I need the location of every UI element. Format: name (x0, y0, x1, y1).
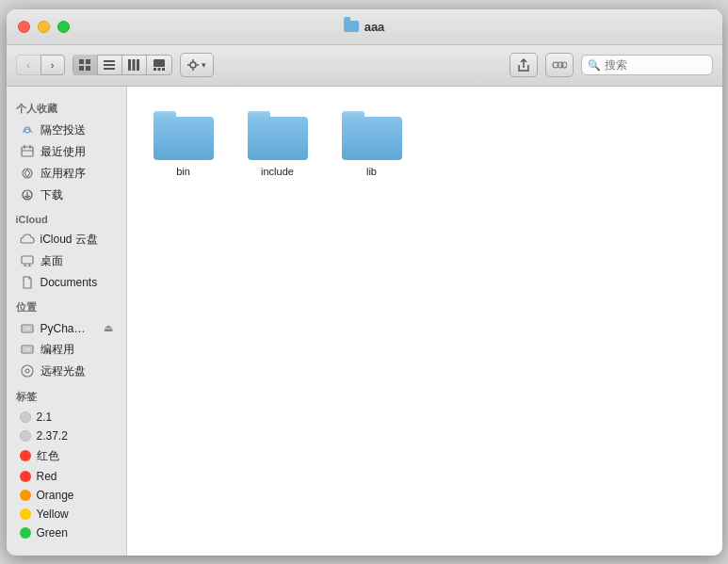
svg-rect-9 (137, 59, 139, 71)
finder-window: aaa ‹ › (7, 9, 722, 556)
tag-2.37.2-dot (20, 430, 31, 442)
svg-rect-6 (104, 68, 115, 70)
column-view-icon (127, 58, 140, 72)
bin-folder-icon (154, 111, 214, 160)
file-item-lib[interactable]: lib (334, 105, 410, 183)
forward-icon: › (51, 59, 55, 71)
tag-button[interactable] (545, 53, 574, 77)
tag-red-cn-label: 红色 (37, 448, 59, 464)
svg-rect-4 (104, 60, 115, 62)
svg-rect-2 (79, 66, 84, 71)
title-folder-icon (344, 21, 359, 32)
downloads-label: 下载 (40, 187, 63, 203)
share-icon (517, 57, 530, 73)
gallery-view-button[interactable] (147, 55, 171, 75)
sidebar-item-tag-orange[interactable]: Orange (10, 486, 122, 505)
svg-point-14 (190, 62, 196, 68)
file-item-include[interactable]: include (240, 105, 315, 183)
recent-label: 最近使用 (40, 144, 86, 160)
sidebar-item-tag-2.37.2[interactable]: 2.37.2 (10, 427, 122, 445)
include-folder-icon (248, 111, 308, 160)
tag-red-label: Red (37, 470, 57, 483)
forward-button[interactable]: › (40, 55, 65, 75)
programming-drive-icon (20, 342, 35, 357)
sidebar-item-documents[interactable]: Documents (10, 272, 122, 293)
lib-folder-icon (342, 111, 402, 160)
tag-red-dot (20, 471, 31, 482)
sidebar-item-tag-red[interactable]: Red (10, 467, 122, 486)
tag-2.37.2-label: 2.37.2 (37, 429, 68, 443)
sidebar-item-remote[interactable]: 远程光盘 (10, 361, 122, 382)
sidebar-item-icloud[interactable]: iCloud 云盘 (10, 229, 122, 250)
sidebar-item-airdrop[interactable]: 隔空投送 (10, 120, 122, 141)
documents-label: Documents (40, 276, 98, 289)
svg-rect-7 (128, 59, 131, 71)
search-box[interactable]: 🔍 (581, 55, 713, 75)
close-button[interactable] (18, 21, 30, 33)
tag-orange-dot (20, 490, 31, 501)
file-item-bin[interactable]: bin (146, 105, 221, 183)
documents-icon (20, 275, 35, 290)
apps-label: 应用程序 (40, 166, 86, 182)
file-area: bin include lib (127, 87, 722, 556)
svg-rect-8 (133, 59, 136, 71)
include-label: include (261, 166, 294, 177)
window-title: aaa (344, 20, 385, 34)
back-button[interactable]: ‹ (16, 55, 40, 75)
svg-point-40 (25, 369, 29, 373)
tag-orange-label: Orange (37, 489, 74, 502)
airdrop-label: 隔空投送 (40, 122, 86, 138)
lib-label: lib (366, 166, 377, 177)
svg-rect-24 (22, 147, 33, 156)
svg-point-39 (22, 365, 33, 377)
folder-body (342, 117, 402, 160)
share-button[interactable] (510, 53, 538, 77)
gear-icon (186, 58, 200, 72)
svg-rect-31 (22, 256, 33, 264)
sidebar-item-tag-green[interactable]: Green (10, 524, 122, 542)
sidebar-item-desktop[interactable]: 桌面 (10, 250, 122, 272)
sidebar-item-apps[interactable]: 应用程序 (10, 163, 122, 185)
gallery-view-icon (153, 58, 166, 72)
airdrop-icon (20, 122, 35, 137)
svg-point-22 (561, 62, 567, 68)
column-view-button[interactable] (122, 55, 147, 75)
folder-body (154, 117, 214, 160)
search-input[interactable] (605, 58, 706, 72)
icon-view-button[interactable] (73, 55, 98, 75)
svg-rect-11 (154, 68, 156, 71)
folder-body (248, 117, 308, 160)
action-button[interactable]: ▾ (180, 53, 214, 77)
maximize-button[interactable] (57, 21, 70, 33)
svg-rect-36 (24, 327, 31, 330)
tag-icon (552, 57, 567, 73)
title-text: aaa (364, 20, 385, 34)
icloud-icon (20, 232, 35, 247)
sidebar-item-pycharm[interactable]: PyCha… ⏏ (10, 318, 122, 339)
svg-rect-13 (162, 68, 165, 71)
toolbar: ‹ › (7, 45, 722, 87)
sidebar-item-tag-red-cn[interactable]: 红色 (10, 445, 122, 467)
svg-rect-1 (86, 59, 90, 64)
sidebar-item-recent[interactable]: 最近使用 (10, 141, 122, 163)
svg-rect-12 (157, 68, 160, 71)
recent-icon (20, 144, 35, 159)
pycharm-eject-icon[interactable]: ⏏ (104, 322, 113, 334)
apps-icon (20, 166, 35, 181)
svg-rect-38 (24, 347, 31, 351)
sidebar-item-tag-yellow[interactable]: Yellow (10, 505, 122, 524)
sidebar-section-favorites: 个人收藏 (7, 94, 126, 120)
tag-green-dot (20, 527, 31, 539)
sidebar-item-downloads[interactable]: 下载 (10, 185, 122, 206)
traffic-lights (18, 21, 70, 33)
nav-group: ‹ › (16, 55, 65, 75)
back-icon: ‹ (26, 59, 30, 71)
list-view-button[interactable] (98, 55, 122, 75)
desktop-icon (20, 253, 35, 268)
sidebar-item-tag-2.1[interactable]: 2.1 (10, 408, 122, 427)
sidebar-item-programming[interactable]: 编程用 (10, 339, 122, 361)
sidebar-section-locations: 位置 (7, 293, 126, 318)
minimize-button[interactable] (38, 21, 50, 33)
icloud-label: iCloud 云盘 (40, 232, 98, 248)
list-view-icon (103, 58, 116, 72)
